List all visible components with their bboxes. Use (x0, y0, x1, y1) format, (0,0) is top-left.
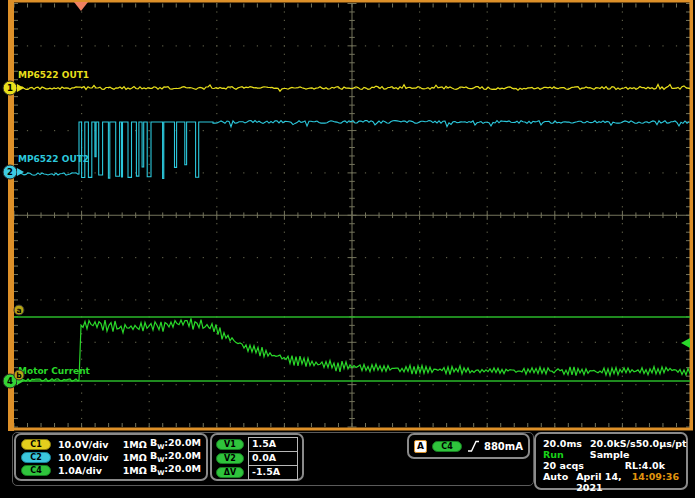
timebase-value: 20.0ms (543, 438, 582, 449)
channel-scale-c4: 1.0A/div (58, 465, 115, 476)
channel-bandwidth-c1: BW:20.0M (150, 437, 201, 451)
cursor-readout-box[interactable]: V1 1.5A V2 0.0A ΔV -1.5A (210, 433, 304, 481)
channel-scale-c2: 10.0V/div (58, 452, 115, 463)
svg-text:a: a (16, 306, 21, 315)
channel-settings-box[interactable]: C1 10.0V/div 1MΩ BW:20.0M C2 10.0V/div 1… (14, 433, 208, 481)
channel-impedance-c1: 1MΩ (123, 439, 147, 450)
acquisitions-row: 20 acqs RL:4.0k (543, 460, 679, 471)
label-ch2: MP6522 OUT2 (18, 154, 89, 164)
svg-text:b: b (16, 371, 22, 380)
sample-rate-value: 20.0kS/s (590, 438, 636, 449)
cursor-row-v2[interactable]: V2 0.0A (216, 451, 298, 465)
status-bar: C1 10.0V/div 1MΩ BW:20.0M C2 10.0V/div 1… (0, 431, 695, 498)
channel-impedance-c2: 1MΩ (123, 452, 147, 463)
channel-row-c1[interactable]: C1 10.0V/div 1MΩ BW:20.0M (21, 438, 201, 450)
run-state: Run (543, 449, 564, 460)
trigger-level-value: 880mA (484, 441, 523, 452)
cursor-row-dv[interactable]: ΔV -1.5A (216, 465, 298, 479)
trigger-box[interactable]: A C4 880mA (407, 433, 530, 459)
cursor-value-v1: 1.5A (248, 437, 298, 452)
cursor-value-dv: -1.5A (248, 465, 298, 480)
channel-bandwidth-c4: BW:20.0M (150, 463, 201, 477)
cursor-badge-v2[interactable]: V2 (216, 453, 244, 464)
oscilloscope-screen: MP6522 OUT1MP6522 OUT2Motor Current124ab… (0, 0, 695, 498)
date-value: April 14, 2021 (576, 471, 632, 493)
cursor-value-v2: 0.0A (248, 451, 298, 466)
record-length: RL:4.0k (625, 460, 665, 471)
channel-badge-c4[interactable]: C4 (21, 465, 51, 476)
cursor-marker-a[interactable]: a (14, 305, 24, 315)
svg-text:1: 1 (7, 83, 13, 93)
datetime-row: Auto April 14, 2021 14:09:36 (543, 471, 679, 493)
time-value: 14:09:36 (632, 471, 679, 482)
rising-edge-icon (467, 439, 479, 453)
cursor-badge-v1[interactable]: V1 (216, 439, 244, 450)
channel-badge-c2[interactable]: C2 (21, 452, 51, 463)
svg-text:2: 2 (7, 167, 13, 177)
acquisition-mode: Sample (590, 449, 630, 460)
resolution-value: 50.0µs/pt (636, 438, 687, 449)
cursor-row-v1[interactable]: V1 1.5A (216, 437, 298, 451)
acquisitions-count: 20 acqs (543, 460, 584, 471)
channel-row-c4[interactable]: C4 1.0A/div 1MΩ BW:20.0M (21, 464, 201, 476)
trigger-mode: Auto (543, 471, 568, 482)
cursor-badge-dv[interactable]: ΔV (216, 467, 244, 478)
cursor-marker-b[interactable]: b (14, 370, 24, 380)
channel-bandwidth-c2: BW:20.0M (150, 450, 201, 464)
trigger-source-badge[interactable]: C4 (432, 441, 462, 452)
channel-scale-c1: 10.0V/div (58, 439, 115, 450)
channel-impedance-c4: 1MΩ (123, 465, 147, 476)
horizontal-readout-row: 20.0ms 20.0kS/s 50.0µs/pt (543, 438, 679, 449)
trigger-a-badge: A (414, 440, 427, 453)
label-ch1: MP6522 OUT1 (18, 70, 89, 80)
run-state-row: Run Sample (543, 449, 679, 460)
acquisition-info-box[interactable]: 20.0ms 20.0kS/s 50.0µs/pt Run Sample 20 … (534, 432, 688, 490)
svg-text:4: 4 (7, 376, 13, 386)
waveform-display[interactable]: MP6522 OUT1MP6522 OUT2Motor Current124ab (0, 0, 695, 432)
channel-badge-c1[interactable]: C1 (21, 439, 51, 450)
label-ch4: Motor Current (18, 366, 91, 376)
channel-row-c2[interactable]: C2 10.0V/div 1MΩ BW:20.0M (21, 451, 201, 463)
